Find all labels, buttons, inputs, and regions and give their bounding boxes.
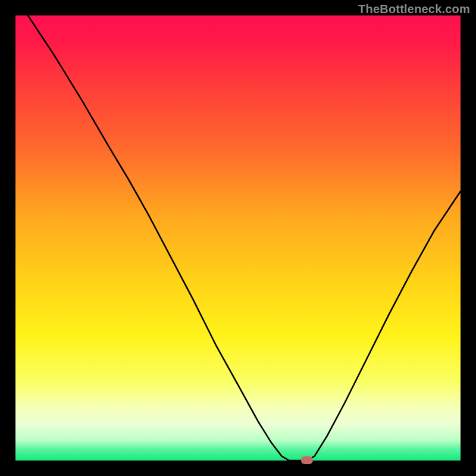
chart-svg xyxy=(0,0,476,476)
gradient-background xyxy=(15,15,461,461)
optimal-marker xyxy=(301,456,313,464)
bottleneck-chart: TheBottleneck.com xyxy=(0,0,476,476)
attribution-label: TheBottleneck.com xyxy=(358,2,470,16)
